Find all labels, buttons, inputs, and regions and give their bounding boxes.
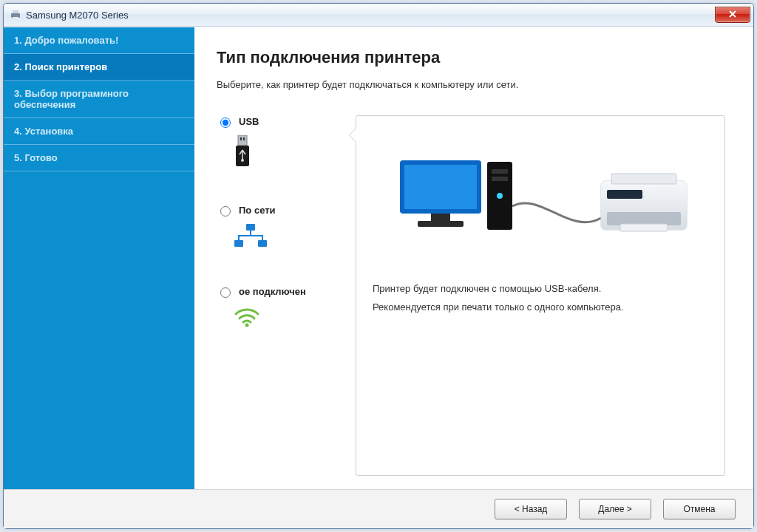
next-button[interactable]: Далее > bbox=[579, 499, 651, 519]
radio-usb[interactable] bbox=[220, 117, 231, 128]
usb-icon bbox=[233, 135, 335, 171]
sidebar-step-welcome[interactable]: 1. Добро пожаловать! bbox=[4, 27, 194, 54]
svg-rect-17 bbox=[492, 169, 508, 174]
window-title: Samsung M2070 Series bbox=[26, 10, 715, 21]
sidebar-step-done[interactable]: 5. Готово bbox=[4, 145, 194, 171]
option-usb-label: USB bbox=[239, 116, 259, 127]
svg-point-11 bbox=[245, 324, 249, 327]
svg-rect-4 bbox=[240, 137, 242, 140]
sidebar-step-software[interactable]: 3. Выбор программного обеспечения bbox=[4, 81, 194, 118]
option-network-label: По сети bbox=[239, 205, 276, 216]
preview-description: Принтер будет подключен с помощью USB-ка… bbox=[373, 280, 708, 316]
network-icon bbox=[233, 224, 335, 253]
connection-diagram bbox=[373, 147, 708, 250]
preview-line-1: Принтер будет подключен с помощью USB-ка… bbox=[373, 280, 708, 299]
cancel-button[interactable]: Отмена bbox=[663, 499, 736, 519]
svg-rect-10 bbox=[258, 240, 267, 247]
preview-line-2: Рекомендуется при печати только с одного… bbox=[373, 299, 708, 317]
sidebar-step-search[interactable]: 2. Поиск принтеров bbox=[4, 54, 194, 81]
sidebar: 1. Добро пожаловать! 2. Поиск принтеров … bbox=[4, 27, 194, 489]
svg-point-19 bbox=[497, 193, 503, 199]
svg-rect-15 bbox=[418, 221, 464, 227]
sidebar-step-install[interactable]: 4. Установка bbox=[4, 118, 194, 145]
page-subtitle: Выберите, как принтер будет подключаться… bbox=[217, 79, 725, 90]
svg-rect-14 bbox=[431, 214, 450, 221]
screen: Samsung M2070 Series 1. Добро пожаловать… bbox=[0, 0, 757, 532]
back-button[interactable]: < Назад bbox=[495, 499, 567, 519]
titlebar[interactable]: Samsung M2070 Series bbox=[4, 4, 753, 27]
svg-rect-24 bbox=[607, 190, 642, 199]
footer: < Назад Далее > Отмена bbox=[4, 489, 753, 528]
svg-rect-18 bbox=[492, 177, 508, 181]
content: USB bbox=[217, 115, 725, 476]
connection-options: USB bbox=[217, 115, 335, 476]
option-wireless[interactable]: ое подключен bbox=[217, 285, 335, 330]
svg-rect-13 bbox=[404, 165, 477, 209]
close-button[interactable] bbox=[715, 7, 750, 23]
svg-rect-1 bbox=[13, 10, 18, 13]
close-icon bbox=[728, 10, 737, 19]
svg-rect-8 bbox=[246, 224, 255, 231]
svg-rect-5 bbox=[243, 137, 245, 140]
speech-notch bbox=[349, 128, 356, 143]
option-wireless-label: ое подключен bbox=[239, 286, 306, 297]
svg-point-7 bbox=[241, 159, 244, 162]
svg-rect-25 bbox=[620, 224, 668, 231]
installer-window: Samsung M2070 Series 1. Добро пожаловать… bbox=[3, 3, 754, 529]
radio-wireless[interactable] bbox=[220, 287, 231, 298]
main-panel: Тип подключения принтера Выберите, как п… bbox=[194, 27, 753, 489]
svg-rect-22 bbox=[611, 174, 676, 184]
option-network[interactable]: По сети bbox=[217, 204, 335, 253]
svg-rect-9 bbox=[234, 240, 243, 247]
svg-rect-3 bbox=[238, 135, 247, 146]
page-title: Тип подключения принтера bbox=[217, 48, 725, 67]
window-body: 1. Добро пожаловать! 2. Поиск принтеров … bbox=[4, 27, 753, 489]
app-icon bbox=[10, 9, 21, 21]
svg-rect-2 bbox=[13, 17, 18, 19]
wifi-icon bbox=[233, 305, 335, 330]
svg-rect-23 bbox=[607, 212, 681, 225]
radio-network[interactable] bbox=[220, 206, 231, 216]
preview-panel: Принтер будет подключен с помощью USB-ка… bbox=[356, 115, 725, 476]
option-usb[interactable]: USB bbox=[217, 115, 335, 171]
